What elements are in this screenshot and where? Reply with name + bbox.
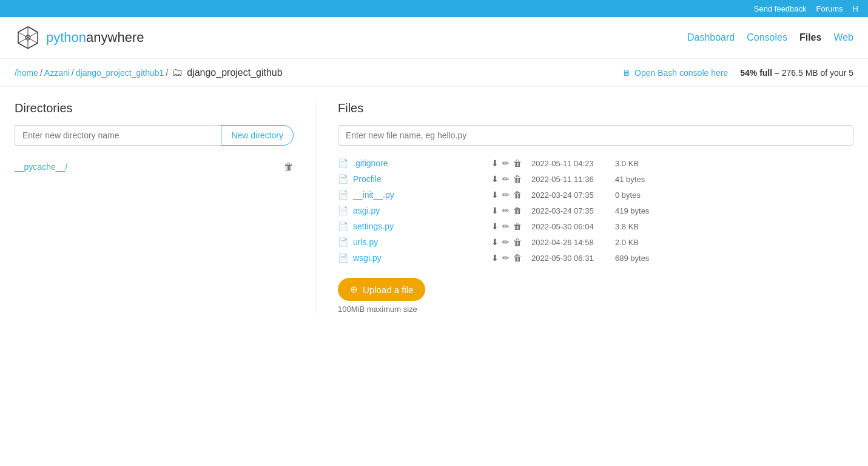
folder-icon: 🗂 bbox=[172, 66, 183, 79]
breadcrumb-project[interactable]: django_project_github1 bbox=[76, 68, 164, 78]
nav-files[interactable]: Files bbox=[799, 32, 821, 43]
file-link-wsgi[interactable]: wsgi.py bbox=[353, 253, 426, 263]
file-icon: 📄 bbox=[338, 158, 348, 168]
upload-label: Upload a file bbox=[363, 285, 413, 295]
new-directory-input[interactable] bbox=[15, 125, 221, 146]
trash-icon-gitignore[interactable]: 🗑 bbox=[513, 158, 522, 168]
top-bar: Send feedback Forums H bbox=[0, 0, 868, 17]
send-feedback-link[interactable]: Send feedback bbox=[754, 4, 807, 13]
trash-icon-pycache[interactable]: 🗑 bbox=[284, 161, 294, 172]
trash-icon-asgi[interactable]: 🗑 bbox=[513, 206, 522, 215]
upload-icon: ⊕ bbox=[350, 284, 358, 295]
breadcrumb-home[interactable]: /home bbox=[15, 68, 38, 78]
main-content: Directories New directory __pycache__/ 🗑… bbox=[0, 87, 868, 328]
file-actions-gitignore: ⬇ ✏ 🗑 bbox=[491, 158, 522, 168]
breadcrumb-sep1: / bbox=[40, 68, 42, 78]
list-item: 📄 urls.py ⬇ ✏ 🗑 2022-04-26 14:58 2.0 KB bbox=[338, 234, 853, 250]
trash-icon-init[interactable]: 🗑 bbox=[513, 190, 522, 200]
file-date-urls: 2022-04-26 14:58 bbox=[531, 238, 610, 247]
download-icon-settings[interactable]: ⬇ bbox=[491, 221, 499, 231]
download-icon-init[interactable]: ⬇ bbox=[491, 190, 499, 200]
trash-icon-wsgi[interactable]: 🗑 bbox=[513, 253, 522, 263]
new-file-input[interactable] bbox=[338, 125, 853, 146]
logo-icon bbox=[15, 24, 41, 51]
edit-icon-gitignore[interactable]: ✏ bbox=[502, 158, 510, 168]
file-link-settings[interactable]: settings.py bbox=[353, 221, 426, 231]
new-directory-button[interactable]: New directory bbox=[221, 125, 294, 146]
edit-icon-settings[interactable]: ✏ bbox=[502, 221, 510, 231]
edit-icon-asgi[interactable]: ✏ bbox=[502, 206, 510, 215]
bash-console-link[interactable]: 🖥 Open Bash console here bbox=[622, 68, 728, 78]
list-item: 📄 .gitignore ⬇ ✏ 🗑 2022-05-11 04:23 3.0 … bbox=[338, 155, 853, 171]
file-link-urls[interactable]: urls.py bbox=[353, 237, 426, 247]
directory-link-pycache[interactable]: __pycache__/ bbox=[15, 162, 67, 172]
trash-icon-urls[interactable]: 🗑 bbox=[513, 237, 522, 247]
file-date-gitignore: 2022-05-11 04:23 bbox=[531, 159, 610, 168]
download-icon-asgi[interactable]: ⬇ bbox=[491, 206, 499, 215]
breadcrumb-bar: /home / Azzani / django_project_github1 … bbox=[0, 59, 868, 87]
list-item: 📄 wsgi.py ⬇ ✏ 🗑 2022-05-30 06:31 689 byt… bbox=[338, 250, 853, 266]
trash-icon-procfile[interactable]: 🗑 bbox=[513, 174, 522, 184]
file-actions-wsgi: ⬇ ✏ 🗑 bbox=[491, 253, 522, 263]
file-size-asgi: 419 bytes bbox=[615, 206, 658, 215]
file-actions-settings: ⬇ ✏ 🗑 bbox=[491, 221, 522, 231]
file-date-settings: 2022-05-30 06:04 bbox=[531, 222, 610, 231]
file-date-init: 2022-03-24 07:35 bbox=[531, 191, 610, 200]
breadcrumb-user[interactable]: Azzani bbox=[44, 68, 70, 78]
file-link-asgi[interactable]: asgi.py bbox=[353, 206, 426, 215]
file-size-procfile: 41 bytes bbox=[615, 175, 658, 184]
logo-python: python bbox=[46, 30, 86, 45]
file-list: 📄 .gitignore ⬇ ✏ 🗑 2022-05-11 04:23 3.0 … bbox=[338, 155, 853, 266]
trash-icon-settings[interactable]: 🗑 bbox=[513, 221, 522, 231]
file-icon: 📄 bbox=[338, 190, 348, 200]
file-size-settings: 3.8 KB bbox=[615, 222, 658, 231]
files-title: Files bbox=[338, 101, 853, 115]
download-icon-gitignore[interactable]: ⬇ bbox=[491, 158, 499, 168]
logo: pythonanywhere bbox=[15, 24, 144, 51]
edit-icon-wsgi[interactable]: ✏ bbox=[502, 253, 510, 263]
forums-link[interactable]: Forums bbox=[816, 4, 843, 13]
nav-web[interactable]: Web bbox=[833, 32, 853, 43]
upload-button[interactable]: ⊕ Upload a file bbox=[338, 278, 425, 301]
vertical-divider bbox=[315, 101, 316, 314]
breadcrumb-sep2: / bbox=[72, 68, 74, 78]
new-dir-form: New directory bbox=[15, 125, 294, 146]
download-icon-procfile[interactable]: ⬇ bbox=[491, 174, 499, 184]
list-item: 📄 settings.py ⬇ ✏ 🗑 2022-05-30 06:04 3.8… bbox=[338, 218, 853, 234]
file-icon: 📄 bbox=[338, 206, 348, 215]
file-size-wsgi: 689 bytes bbox=[615, 254, 658, 263]
file-date-asgi: 2022-03-24 07:35 bbox=[531, 206, 610, 215]
nav-bar: pythonanywhere Dashboard Consoles Files … bbox=[0, 17, 868, 59]
file-actions-procfile: ⬇ ✏ 🗑 bbox=[491, 174, 522, 184]
bash-console-label: Open Bash console here bbox=[634, 68, 728, 78]
breadcrumb-right: 🖥 Open Bash console here 54% full – 276.… bbox=[622, 68, 853, 78]
file-link-init[interactable]: __init__.py bbox=[353, 190, 426, 200]
file-actions-init: ⬇ ✏ 🗑 bbox=[491, 190, 522, 200]
list-item: 📄 __init__.py ⬇ ✏ 🗑 2022-03-24 07:35 0 b… bbox=[338, 187, 853, 203]
file-date-wsgi: 2022-05-30 06:31 bbox=[531, 254, 610, 263]
directory-list: __pycache__/ 🗑 bbox=[15, 158, 294, 176]
file-size-gitignore: 3.0 KB bbox=[615, 159, 658, 168]
files-panel: Files 📄 .gitignore ⬇ ✏ 🗑 2022-05-11 04:2… bbox=[338, 101, 853, 314]
file-icon: 📄 bbox=[338, 237, 348, 247]
help-link[interactable]: H bbox=[853, 4, 858, 13]
list-item: 📄 asgi.py ⬇ ✏ 🗑 2022-03-24 07:35 419 byt… bbox=[338, 203, 853, 218]
storage-info: 54% full – 276.5 MB of your 5 bbox=[740, 68, 853, 78]
edit-icon-init[interactable]: ✏ bbox=[502, 190, 510, 200]
file-icon: 📄 bbox=[338, 253, 348, 263]
edit-icon-procfile[interactable]: ✏ bbox=[502, 174, 510, 184]
terminal-icon: 🖥 bbox=[622, 68, 631, 78]
nav-dashboard[interactable]: Dashboard bbox=[687, 32, 735, 43]
upload-max-size: 100MiB maximum size bbox=[338, 305, 853, 314]
file-icon: 📄 bbox=[338, 174, 348, 184]
download-icon-urls[interactable]: ⬇ bbox=[491, 237, 499, 247]
breadcrumb-current: django_project_github bbox=[187, 67, 282, 78]
directories-panel: Directories New directory __pycache__/ 🗑 bbox=[15, 101, 294, 314]
logo-anywhere: anywhere bbox=[86, 30, 144, 45]
storage-dash: – bbox=[775, 68, 782, 78]
nav-consoles[interactable]: Consoles bbox=[747, 32, 787, 43]
edit-icon-urls[interactable]: ✏ bbox=[502, 237, 510, 247]
file-link-gitignore[interactable]: .gitignore bbox=[353, 158, 426, 168]
download-icon-wsgi[interactable]: ⬇ bbox=[491, 253, 499, 263]
file-link-procfile[interactable]: Procfile bbox=[353, 174, 426, 184]
